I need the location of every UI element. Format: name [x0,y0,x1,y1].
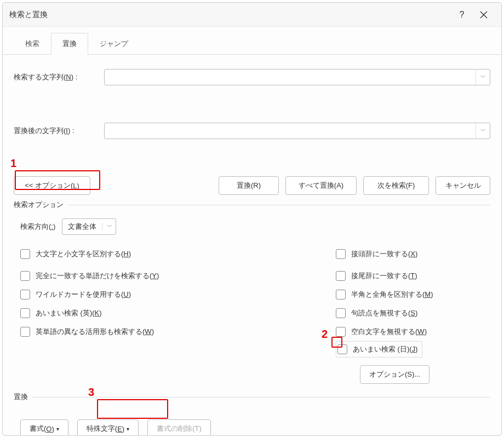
checkbox-icon [20,271,30,281]
checkbox-icon [20,249,30,259]
checkbox-icon [336,290,346,299]
options-columns: 大文字と小文字を区別する(H) 完全に一致する単語だけを検索する(Y) ワイルド… [14,245,490,384]
replace-all-button[interactable]: すべて置換(A) [285,176,357,195]
help-button[interactable]: ? [451,4,473,26]
chevron-down-icon: ﹀ [480,127,486,135]
cancel-button[interactable]: キャンセル [436,176,490,195]
replace-button[interactable]: 置換(R) [219,176,279,195]
search-options-title: 検索オプション [14,205,490,215]
options-right-column: 接頭辞に一致する(X) 接尾辞に一致する(T) 半角と全角を区別する(M) 句読… [336,245,484,384]
checkbox-icon [337,344,347,354]
tab-search[interactable]: 検索 [14,33,51,55]
checkbox-icon [336,327,346,337]
fuzzy-options-button[interactable]: オプション(S)... [360,365,429,384]
fuzzy-japanese-row: あいまい検索 (日)(J) [336,340,484,359]
content-area: 検索する文字列(N) : ﹀ 置換後の文字列(I) : ﹀ [3,55,501,436]
tab-strip: 検索 置換 ジャンプ [3,27,501,55]
match-case-checkbox[interactable]: 大文字と小文字を区別する(H) [20,245,314,263]
checkbox-icon [20,327,30,337]
titlebar: 検索と置換 ? [3,3,501,27]
ignore-space-checkbox[interactable]: 空白文字を無視する(W) [336,322,484,341]
chevron-down-icon: ﹀ [480,73,486,81]
find-row: 検索する文字列(N) : ﹀ [14,69,490,85]
caret-down-icon: ▾ [56,426,59,432]
replace-combo: ﹀ [104,123,490,139]
width-checkbox[interactable]: 半角と全角を区別する(M) [336,285,484,304]
checkbox-icon [336,308,346,318]
word-forms-checkbox[interactable]: 英単語の異なる活用形も検索する(W) [20,322,314,341]
replace-section-title: 置換 [14,397,490,407]
find-next-button[interactable]: 次を検索(F) [363,176,429,195]
find-dropdown-button[interactable]: ﹀ [476,70,490,85]
clear-format-button[interactable]: 書式の削除(T) [147,419,211,436]
suffix-checkbox[interactable]: 接尾辞に一致する(T) [336,267,484,285]
prefix-checkbox[interactable]: 接頭辞に一致する(X) [336,245,484,263]
replace-label: 置換後の文字列(I) : [14,126,104,136]
checkbox-icon [20,308,30,318]
find-label: 検索する文字列(N) : [14,72,104,82]
tab-jump[interactable]: ジャンプ [88,33,140,55]
chevron-down-icon: ﹀ [102,223,112,230]
whole-word-checkbox[interactable]: 完全に一致する単語だけを検索する(Y) [20,267,314,285]
ignore-punct-checkbox[interactable]: 句読点を無視する(S) [336,304,484,322]
dialog-title: 検索と置換 [9,10,451,20]
options-left-column: 大文字と小文字を区別する(H) 完全に一致する単語だけを検索する(Y) ワイルド… [20,245,314,384]
checkbox-icon [336,271,346,281]
tab-replace[interactable]: 置換 [51,33,88,55]
find-combo: ﹀ [104,69,490,85]
search-direction-row: 検索方向(:) 文書全体 ﹀ [20,218,490,235]
caret-down-icon: ▾ [127,426,129,432]
close-button[interactable] [473,4,495,26]
search-direction-select[interactable]: 文書全体 ﹀ [62,218,116,235]
fuzzy-english-checkbox[interactable]: あいまい検索 (英)(K) [20,304,314,322]
search-direction-value: 文書全体 [68,222,96,232]
replace-section: 置換 書式(O)▾ 特殊文字(E)▾ 書式の削除(T) [14,397,490,436]
find-input[interactable] [105,70,476,85]
format-button[interactable]: 書式(O)▾ [20,419,68,436]
replace-row: 置換後の文字列(I) : ﹀ [14,123,490,139]
options-toggle-button[interactable]: << オプション(L) [14,176,90,195]
fuzzy-japanese-checkbox[interactable]: あいまい検索 (日)(J) [336,341,422,358]
special-chars-button[interactable]: 特殊文字(E)▾ [77,419,139,436]
checkbox-icon [336,249,346,259]
replace-dropdown-button[interactable]: ﹀ [476,123,490,139]
replace-input[interactable] [105,123,476,139]
checkbox-icon [20,290,30,299]
search-direction-label: 検索方向(:) [20,222,55,232]
wildcard-checkbox[interactable]: ワイルドカードを使用する(U) [20,285,314,304]
main-button-row: << オプション(L) 置換(R) すべて置換(A) 次を検索(F) キャンセル [14,174,490,201]
close-icon [480,11,488,19]
find-replace-dialog: 検索と置換 ? 検索 置換 ジャンプ 検索する文字列(N) : ﹀ 置換後の文字… [2,2,502,436]
